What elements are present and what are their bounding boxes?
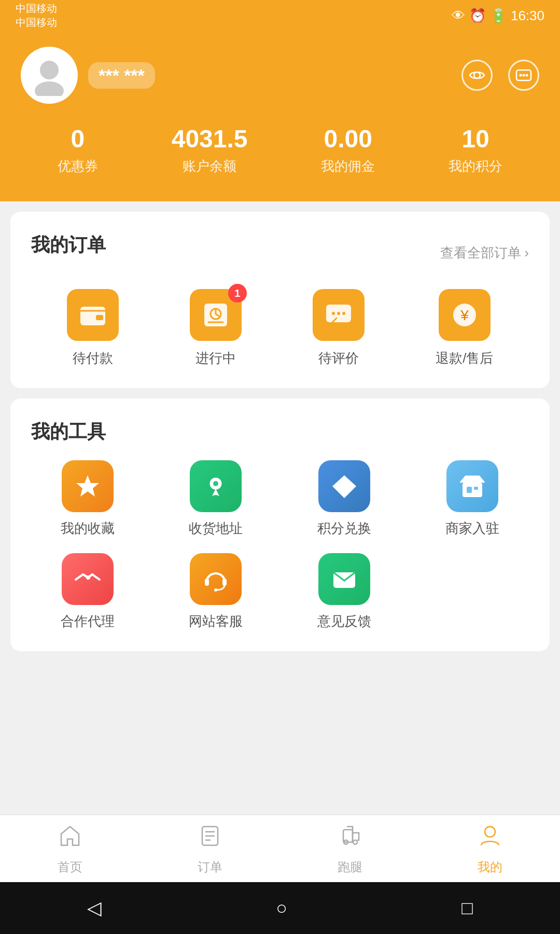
svg-rect-23 [467, 487, 472, 493]
tool-item[interactable]: 商家入驻 [416, 460, 529, 538]
eye-icon: 👁 [452, 8, 465, 24]
svg-marker-21 [332, 475, 356, 498]
nav-icon [197, 822, 223, 855]
tool-item[interactable]: 合作代理 [31, 553, 144, 630]
tool-item[interactable]: 网站客服 [160, 553, 273, 630]
svg-point-13 [337, 312, 340, 315]
tool-icon [62, 553, 114, 605]
order-header: 我的订单 查看全部订单 › [31, 232, 529, 273]
home-button[interactable]: ○ [276, 897, 287, 919]
order-item[interactable]: 1 进行中 [190, 289, 242, 367]
nav-item-跑腿[interactable]: 跑腿 [280, 822, 420, 875]
svg-point-6 [526, 74, 528, 77]
svg-marker-17 [76, 475, 99, 497]
status-bar: 中国移动 中国移动 👁 ⏰ 🔋 16:30 [0, 0, 560, 31]
nav-label: 跑腿 [338, 859, 362, 875]
battery-icon: 🔋 [490, 8, 507, 24]
svg-rect-26 [205, 579, 209, 586]
svg-point-2 [474, 72, 480, 78]
nav-label: 我的 [478, 859, 502, 875]
tool-item[interactable]: 意见反馈 [288, 553, 401, 630]
tool-label: 意见反馈 [317, 612, 371, 630]
orders-title: 我的订单 [31, 232, 106, 258]
order-icons: 待付款 1 进行中 待评价 ¥ 退款/售后 [31, 289, 529, 367]
nav-icon [337, 822, 363, 855]
tool-icon [318, 553, 370, 605]
order-item[interactable]: 待付款 [67, 289, 119, 367]
nav-label: 首页 [58, 859, 82, 875]
orders-card: 我的订单 查看全部订单 › 待付款 1 进行中 待评价 ¥ 退款/售后 [10, 212, 550, 388]
order-icon [313, 289, 365, 341]
stat-item: 4031.5 账户余额 [172, 125, 248, 175]
profile-left: *** *** [21, 47, 155, 104]
tool-icon [446, 460, 498, 512]
order-item[interactable]: ¥ 退款/售后 [436, 289, 493, 367]
svg-point-36 [353, 840, 357, 844]
tool-icon [190, 460, 242, 512]
tool-icon [190, 553, 242, 605]
tool-label: 我的收藏 [61, 519, 115, 538]
android-nav: ◁ ○ □ [0, 882, 560, 934]
tool-label: 合作代理 [61, 612, 115, 630]
time-display: 16:30 [511, 8, 544, 24]
svg-point-25 [86, 575, 90, 580]
svg-point-4 [520, 74, 522, 77]
svg-point-1 [35, 81, 64, 96]
svg-point-5 [523, 74, 525, 77]
svg-rect-27 [222, 579, 227, 586]
back-button[interactable]: ◁ [87, 897, 102, 919]
nav-icon [57, 822, 83, 855]
tool-label: 积分兑换 [317, 519, 371, 538]
svg-rect-24 [474, 487, 478, 490]
stat-item: 10 我的积分 [449, 125, 502, 175]
order-item[interactable]: 待评价 [313, 289, 365, 367]
status-right: 👁 ⏰ 🔋 16:30 [452, 8, 544, 24]
nav-icon [477, 822, 503, 855]
tool-item[interactable]: 我的收藏 [31, 460, 144, 538]
tool-icon [62, 460, 114, 512]
username[interactable]: *** *** [88, 62, 155, 89]
svg-point-12 [332, 312, 335, 315]
svg-rect-8 [96, 315, 103, 320]
nav-item-订单[interactable]: 订单 [140, 822, 280, 875]
tool-label: 收货地址 [189, 519, 243, 538]
tools-card: 我的工具 我的收藏 收货地址 积分兑换 商家入驻 合作代理 网站客服 [10, 399, 550, 651]
nav-item-首页[interactable]: 首页 [0, 822, 140, 875]
svg-point-19 [213, 481, 218, 486]
profile-row: *** *** [21, 47, 539, 104]
header-icons [461, 60, 539, 91]
tool-label: 商家入驻 [445, 519, 499, 538]
recent-button[interactable]: □ [461, 897, 473, 919]
svg-text:¥: ¥ [460, 307, 469, 323]
tool-item[interactable]: 收货地址 [160, 460, 273, 538]
tools-title: 我的工具 [31, 419, 529, 445]
svg-point-14 [342, 312, 345, 315]
nav-label: 订单 [198, 859, 222, 875]
view-all-orders[interactable]: 查看全部订单 › [440, 244, 529, 262]
tool-item[interactable]: 积分兑换 [288, 460, 401, 538]
tools-grid: 我的收藏 收货地址 积分兑换 商家入驻 合作代理 网站客服 意见反馈 [31, 460, 529, 630]
svg-point-0 [40, 61, 59, 79]
stats-row: 0 优惠券 4031.5 账户余额 0.00 我的佣金 10 我的积分 [21, 125, 539, 175]
order-icon: 1 [190, 289, 242, 341]
svg-point-37 [485, 827, 495, 837]
bottom-nav: 首页 订单 跑腿 我的 [0, 815, 560, 882]
eye-button[interactable] [461, 60, 493, 91]
order-icon [67, 289, 119, 341]
avatar[interactable] [21, 47, 78, 104]
order-icon: ¥ [439, 289, 491, 341]
main-content: 我的订单 查看全部订单 › 待付款 1 进行中 待评价 ¥ 退款/售后 [0, 201, 560, 662]
stat-item: 0 优惠券 [58, 125, 98, 175]
svg-rect-22 [463, 483, 482, 497]
tool-icon [318, 460, 370, 512]
svg-point-28 [214, 588, 217, 592]
chevron-right-icon: › [524, 245, 529, 261]
tool-label: 网站客服 [189, 612, 243, 630]
stat-item: 0.00 我的佣金 [321, 125, 375, 175]
nav-item-我的[interactable]: 我的 [420, 822, 560, 875]
alarm-icon: ⏰ [469, 8, 486, 24]
carrier-info: 中国移动 中国移动 [16, 2, 57, 30]
header: *** *** 0 优惠券 4031.5 账户余额 [0, 31, 560, 201]
message-button[interactable] [508, 60, 539, 91]
